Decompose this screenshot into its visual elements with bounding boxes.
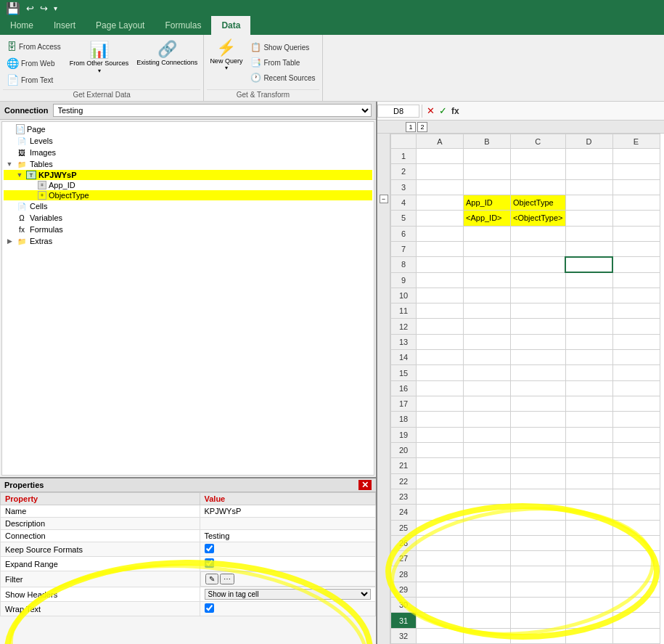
cell-r31-c3[interactable] <box>565 613 612 628</box>
cell-r14-c4[interactable] <box>612 350 660 365</box>
from-text-button[interactable]: 📄 From Text <box>3 72 65 88</box>
cell-r24-c0[interactable] <box>417 505 464 520</box>
cell-r19-c1[interactable] <box>464 427 511 442</box>
row-num-19[interactable]: 19 <box>391 427 417 442</box>
cell-r22-c0[interactable] <box>417 473 464 489</box>
cell-r21-c0[interactable] <box>417 458 464 473</box>
cell-r5-c2[interactable]: <ObjectType> <box>511 211 566 226</box>
cell-r3-c4[interactable] <box>612 179 660 195</box>
cell-r28-c1[interactable] <box>464 566 511 582</box>
row-num-21[interactable]: 21 <box>391 458 417 473</box>
cell-r16-c4[interactable] <box>612 380 660 396</box>
cell-r14-c1[interactable] <box>464 350 511 365</box>
cell-r2-c2[interactable] <box>511 164 566 179</box>
tree-item-objecttype[interactable]: ⌗ ObjectType <box>4 190 372 200</box>
tab-data[interactable]: Data <box>211 16 250 35</box>
tree-item-levels[interactable]: 📄 Levels <box>4 135 372 147</box>
cell-r8-c3[interactable] <box>565 257 612 272</box>
cell-r4-c2[interactable]: ObjectType <box>511 195 566 210</box>
cell-r23-c3[interactable] <box>565 489 612 504</box>
row-num-1[interactable]: 1 <box>391 149 417 164</box>
cell-r7-c2[interactable] <box>511 241 566 256</box>
cell-r7-c3[interactable] <box>565 241 612 256</box>
cell-r26-c0[interactable] <box>417 535 464 550</box>
cell-r3-c1[interactable] <box>464 179 511 195</box>
cell-r29-c2[interactable] <box>511 582 566 597</box>
row-num-29[interactable]: 29 <box>391 582 417 597</box>
cell-r19-c3[interactable] <box>565 427 612 442</box>
cell-r21-c4[interactable] <box>612 458 660 473</box>
cell-r10-c1[interactable] <box>464 288 511 303</box>
cell-r22-c4[interactable] <box>612 473 660 489</box>
save-icon[interactable]: 💾 <box>6 1 20 15</box>
cell-r14-c3[interactable] <box>565 350 612 365</box>
cell-r15-c3[interactable] <box>565 365 612 380</box>
cell-r27-c4[interactable] <box>612 551 660 566</box>
cell-r32-c2[interactable] <box>511 628 566 643</box>
cell-r25-c1[interactable] <box>464 520 511 535</box>
formula-confirm-icon[interactable]: ✓ <box>437 105 449 116</box>
cell-r15-c1[interactable] <box>464 365 511 380</box>
tree-item-kpjwysp[interactable]: ▼ T KPJWYsP <box>4 170 372 180</box>
recent-sources-button[interactable]: 🕐 Recent Sources <box>247 70 319 85</box>
cell-r30-c2[interactable] <box>511 598 566 613</box>
cell-r31-c2[interactable] <box>511 613 566 628</box>
cell-r1-c2[interactable] <box>511 149 566 164</box>
row-num-9[interactable]: 9 <box>391 272 417 288</box>
cell-r12-c1[interactable] <box>464 319 511 334</box>
cell-r15-c4[interactable] <box>612 365 660 380</box>
cell-r22-c2[interactable] <box>511 473 566 489</box>
cell-r8-c2[interactable] <box>511 257 566 272</box>
prop-value-5[interactable]: ✎⋯ <box>200 571 376 587</box>
cell-r17-c2[interactable] <box>511 396 566 412</box>
row-num-2[interactable]: 2 <box>391 164 417 179</box>
row-num-4[interactable]: 4 <box>391 195 417 210</box>
tab-insert[interactable]: Insert <box>44 16 86 35</box>
col-header-a[interactable]: A <box>417 134 464 149</box>
cell-r27-c3[interactable] <box>565 551 612 566</box>
row-num-15[interactable]: 15 <box>391 365 417 380</box>
cell-r11-c1[interactable] <box>464 303 511 319</box>
cell-r9-c0[interactable] <box>417 272 464 288</box>
row-num-5[interactable]: 5 <box>391 211 417 226</box>
cell-r9-c1[interactable] <box>464 272 511 288</box>
cell-r18-c0[interactable] <box>417 412 464 427</box>
cell-r28-c2[interactable] <box>511 566 566 582</box>
cell-r6-c1[interactable] <box>464 226 511 241</box>
tree-item-images[interactable]: 🖼 Images <box>4 147 372 158</box>
cell-r11-c2[interactable] <box>511 303 566 319</box>
cell-r3-c0[interactable] <box>417 179 464 195</box>
cell-r1-c3[interactable] <box>565 149 612 164</box>
cell-r25-c3[interactable] <box>565 520 612 535</box>
from-other-sources-button[interactable]: 📊 From Other Sources ▾ <box>66 38 133 76</box>
cell-r11-c4[interactable] <box>612 303 660 319</box>
cell-r17-c3[interactable] <box>565 396 612 412</box>
tree-item-tables[interactable]: ▼ 📁 Tables <box>4 158 372 170</box>
from-table-button[interactable]: 📑 From Table <box>247 55 319 70</box>
cell-r11-c3[interactable] <box>565 303 612 319</box>
row-num-18[interactable]: 18 <box>391 412 417 427</box>
cell-r7-c0[interactable] <box>417 241 464 256</box>
cell-r9-c2[interactable] <box>511 272 566 288</box>
cell-r6-c2[interactable] <box>511 226 566 241</box>
cell-r6-c4[interactable] <box>612 226 660 241</box>
tree-item-cells[interactable]: 📄 Cells <box>4 200 372 212</box>
cell-r12-c4[interactable] <box>612 319 660 334</box>
cell-r27-c1[interactable] <box>464 551 511 566</box>
row-num-13[interactable]: 13 <box>391 334 417 349</box>
cell-r29-c3[interactable] <box>565 582 612 597</box>
cell-r16-c3[interactable] <box>565 380 612 396</box>
cell-r24-c3[interactable] <box>565 505 612 520</box>
cell-r24-c2[interactable] <box>511 505 566 520</box>
cell-r5-c3[interactable] <box>565 211 612 226</box>
cell-r2-c0[interactable] <box>417 164 464 179</box>
cell-r12-c3[interactable] <box>565 319 612 334</box>
cell-r32-c1[interactable] <box>464 628 511 643</box>
cell-r14-c2[interactable] <box>511 350 566 365</box>
cell-r18-c1[interactable] <box>464 412 511 427</box>
level-2-button[interactable]: 2 <box>417 122 427 132</box>
cell-r26-c3[interactable] <box>565 535 612 550</box>
tree-item-formulas[interactable]: fx Formulas <box>4 224 372 235</box>
cell-r31-c4[interactable] <box>612 613 660 628</box>
cell-r5-c1[interactable]: <App_ID> <box>464 211 511 226</box>
